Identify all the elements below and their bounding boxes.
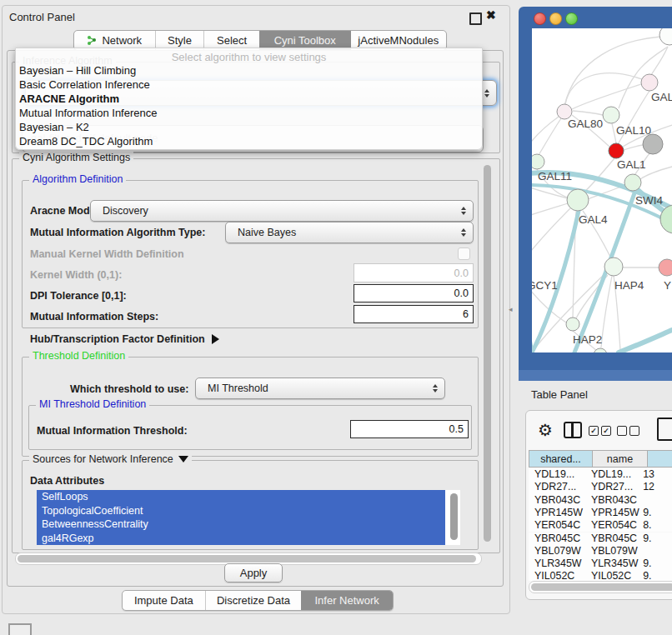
node[interactable] xyxy=(659,28,672,45)
combo-value: MI Threshold xyxy=(203,382,268,394)
table-row[interactable]: YBL079WYBL079W xyxy=(529,545,672,558)
which-threshold-combo[interactable]: MI Threshold xyxy=(195,378,445,399)
network-icon xyxy=(87,35,98,46)
node[interactable] xyxy=(594,348,607,352)
dpi-tolerance-label: DPI Tolerance [0,1]: xyxy=(30,290,127,302)
aracne-mode-label: Aracne Mode: xyxy=(30,205,99,217)
node-gal11[interactable] xyxy=(532,154,544,169)
node-gal10[interactable] xyxy=(603,107,619,123)
node-label: HAP4 xyxy=(614,279,644,292)
minimized-panel-icon[interactable] xyxy=(8,623,32,635)
network-canvas[interactable]: GAL GAL80 GAL10 GAL1 GAL11 SWI4 GAL4 GCY… xyxy=(532,28,672,352)
node-label: GAL xyxy=(651,91,672,103)
node-gal4[interactable] xyxy=(567,189,589,211)
group-title: Sources for Network Inference xyxy=(33,453,173,465)
scrollbar-thumb[interactable] xyxy=(18,555,476,562)
algorithm-option[interactable]: Basic Correlation Inference xyxy=(19,78,150,91)
mi-type-combo[interactable]: Naive Bayes xyxy=(225,222,474,243)
checked-box-icon: ✓ xyxy=(601,426,611,436)
float-window-icon[interactable] xyxy=(469,12,482,25)
node-label: GAL10 xyxy=(616,124,651,137)
hub-definition-label: Hub/Transcription Factor Definition xyxy=(30,333,205,345)
group-title: MI Threshold Definition xyxy=(36,398,149,410)
algorithm-option[interactable]: Dream8 DC_TDC Algorithm xyxy=(19,135,153,148)
bottom-tabbar: Impute Data Discretize Data Infer Networ… xyxy=(122,590,394,611)
node-swi4[interactable] xyxy=(624,174,641,191)
algorithm-option[interactable]: Bayesian – K2 xyxy=(19,121,89,133)
deselect-all-columns-icon[interactable] xyxy=(617,426,639,436)
kernel-width-field[interactable]: 0.0 xyxy=(354,263,474,282)
tab-label: Discretize Data xyxy=(217,594,290,607)
table-row[interactable]: YER054CYER054C8. xyxy=(529,519,672,532)
minimize-traffic-light-icon[interactable] xyxy=(549,12,562,25)
export-table-icon[interactable] xyxy=(657,418,672,441)
collapse-down-icon xyxy=(178,456,188,462)
combo-arrows-icon xyxy=(484,89,489,98)
tab-label: Infer Network xyxy=(315,594,379,607)
node-selected-red[interactable] xyxy=(609,143,624,158)
table-horizontal-scrollbar[interactable] xyxy=(529,581,672,593)
node-salmon[interactable] xyxy=(659,259,672,276)
list-item[interactable]: SelfLoops xyxy=(37,490,445,504)
algorithm-dropdown-popup: Select algorithm to view settings Bayesi… xyxy=(15,48,483,150)
scrollbar-thumb[interactable] xyxy=(531,583,672,591)
table-row[interactable]: YIL052CYIL052C9. xyxy=(529,570,672,581)
mi-steps-field[interactable]: 6 xyxy=(354,305,474,323)
node-hap4[interactable] xyxy=(604,258,623,276)
gear-icon[interactable]: ⚙ xyxy=(538,420,553,440)
close-icon[interactable]: ✖ xyxy=(486,8,496,22)
algorithm-option[interactable]: Mutual Information Inference xyxy=(19,107,157,119)
table-panel-title: Table Panel xyxy=(531,388,588,401)
table-row[interactable]: YDR27...YDR27...12 xyxy=(529,481,672,493)
manual-kernel-checkbox[interactable] xyxy=(458,248,470,260)
algorithm-option-selected[interactable]: ARACNE Algorithm xyxy=(19,92,119,105)
tab-discretize-data[interactable]: Discretize Data xyxy=(205,591,302,610)
table-row[interactable]: YPR145WYPR145W9. xyxy=(529,507,672,519)
hub-definition-toggle[interactable]: Hub/Transcription Factor Definition xyxy=(30,333,219,345)
checked-box-icon: ✓ xyxy=(589,426,599,436)
list-item[interactable]: gal4RGexp xyxy=(37,532,445,546)
table-row[interactable]: YDL19...YDL19...13 xyxy=(529,468,672,481)
node-hap2[interactable] xyxy=(566,318,579,331)
sources-toggle[interactable]: Sources for Network Inference xyxy=(29,453,192,465)
split-line xyxy=(571,423,574,437)
aracne-mode-combo[interactable]: Discovery xyxy=(90,200,474,222)
column-header-shared-name[interactable]: shared... xyxy=(529,450,593,468)
node[interactable] xyxy=(641,74,658,91)
node-label: GAL80 xyxy=(568,118,603,130)
column-header-name[interactable]: name xyxy=(592,450,648,468)
node-gray[interactable] xyxy=(643,134,663,154)
unchecked-box-icon xyxy=(629,426,639,436)
zoom-traffic-light-icon[interactable] xyxy=(565,12,578,25)
table-header-row: shared... name xyxy=(529,450,672,468)
kernel-width-label: Kernel Width (0,1): xyxy=(30,269,122,281)
table-row[interactable]: YLR345WYLR345W9. xyxy=(529,558,672,570)
mi-threshold-field[interactable]: 0.5 xyxy=(350,420,469,438)
dpi-tolerance-field[interactable]: 0.0 xyxy=(354,284,474,302)
dropdown-prompt: Select algorithm to view settings xyxy=(16,51,482,63)
splitpane-divider-handle[interactable]: ◂ xyxy=(509,305,513,313)
combo-value: Discovery xyxy=(98,205,148,217)
network-graph: GAL GAL80 GAL10 GAL1 GAL11 SWI4 GAL4 GCY… xyxy=(532,28,672,352)
combo-arrows-icon xyxy=(461,228,466,237)
split-columns-icon[interactable] xyxy=(564,422,582,438)
algorithm-option[interactable]: Bayesian – Hill Climbing xyxy=(19,64,136,77)
apply-button[interactable]: Apply xyxy=(224,563,283,582)
column-header-clipped[interactable] xyxy=(647,450,672,468)
network-window-bottom-edge xyxy=(519,370,672,381)
combo-arrows-icon xyxy=(461,207,466,215)
table-row[interactable]: YBR045CYBR045C9. xyxy=(529,532,672,545)
close-traffic-light-icon[interactable] xyxy=(534,12,546,25)
tab-infer-network[interactable]: Infer Network xyxy=(301,591,393,610)
tab-label: Impute Data xyxy=(134,594,193,607)
settings-vertical-scrollbar[interactable] xyxy=(484,165,491,542)
table-row[interactable]: YBR043CYBR043C xyxy=(529,494,672,507)
list-item[interactable]: TopologicalCoefficient xyxy=(37,504,445,518)
data-attributes-list: SelfLoops TopologicalCoefficient Between… xyxy=(37,490,460,545)
list-item[interactable]: BetweennessCentrality xyxy=(37,518,445,532)
attributes-scrollbar[interactable] xyxy=(450,493,458,540)
select-all-columns-icon[interactable]: ✓ ✓ xyxy=(589,426,611,436)
tab-impute-data[interactable]: Impute Data xyxy=(123,591,205,610)
node-label: GAL11 xyxy=(538,170,572,182)
unchecked-box-icon xyxy=(617,426,627,436)
